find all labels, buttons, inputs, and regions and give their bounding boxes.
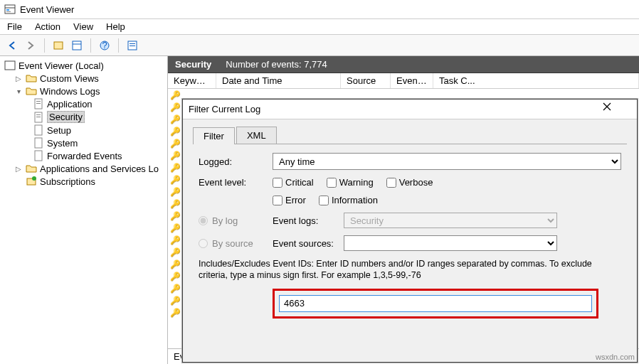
menu-file[interactable]: File [7, 21, 22, 32]
tree-log-system-label: System [47, 138, 78, 149]
event-sources-label: Event sources: [273, 238, 344, 249]
svg-point-23 [32, 176, 36, 181]
key-icon: 🔑 [169, 211, 181, 221]
tree-root[interactable]: Event Viewer (Local) [1, 59, 166, 72]
event-viewer-icon [4, 60, 16, 71]
by-source-radio [199, 239, 208, 248]
ids-highlight-box [273, 289, 598, 318]
svg-rect-4 [54, 42, 63, 49]
verbose-label: Verbose [399, 177, 433, 188]
tree-root-label: Event Viewer (Local) [19, 60, 104, 71]
critical-checkbox[interactable] [273, 178, 282, 188]
svg-rect-14 [36, 101, 41, 102]
svg-rect-10 [130, 43, 135, 44]
ids-help-text: Includes/Excludes Event IDs: Enter ID nu… [199, 258, 621, 282]
event-logs-select: Security [344, 213, 557, 228]
event-ids-input[interactable] [279, 295, 592, 312]
close-button[interactable] [603, 102, 631, 117]
col-keywords[interactable]: Keywor... [168, 73, 216, 88]
key-icon: 🔑 [169, 127, 181, 136]
toolbar: ? [0, 35, 639, 56]
error-checkbox[interactable] [273, 196, 282, 205]
tree-windows-logs-label: Windows Logs [40, 86, 100, 97]
event-sources-select[interactable] [344, 235, 557, 251]
collapse-icon[interactable]: ▾ [14, 87, 23, 95]
tree-log-application[interactable]: Application [1, 97, 166, 110]
window-titlebar: Event Viewer [0, 0, 639, 19]
key-icon: 🔑 [169, 223, 181, 233]
tree-log-forwarded-label: Forwarded Events [47, 151, 122, 161]
warning-label: Warning [339, 177, 374, 188]
show-hide-tree-button[interactable] [51, 38, 66, 53]
properties-button[interactable] [69, 38, 85, 53]
dialog-titlebar[interactable]: Filter Current Log [183, 100, 637, 119]
svg-rect-2 [6, 9, 9, 11]
tree-custom-views[interactable]: ▷ Custom Views [1, 72, 166, 85]
tree-log-system[interactable]: System [1, 136, 166, 149]
svg-rect-3 [6, 11, 11, 12]
key-icon: 🔑 [169, 308, 181, 318]
tree-subscriptions[interactable]: ▷ Subscriptions [1, 175, 166, 188]
col-datetime[interactable]: Date and Time [216, 73, 341, 88]
svg-rect-11 [130, 46, 135, 46]
tab-xml[interactable]: XML [236, 127, 277, 144]
key-icon: 🔑 [169, 175, 181, 185]
critical-label: Critical [285, 177, 314, 188]
svg-rect-20 [35, 138, 42, 148]
tree-log-forwarded[interactable]: Forwarded Events [1, 149, 166, 162]
col-source[interactable]: Source [341, 73, 391, 88]
log-icon [33, 98, 44, 109]
menu-help[interactable]: Help [106, 21, 125, 32]
col-event-id[interactable]: Event ID [391, 73, 433, 88]
log-icon [33, 137, 44, 149]
tree-app-services-label: Applications and Services Lo [40, 164, 159, 174]
tree-log-security[interactable]: Security [1, 110, 166, 124]
tree-windows-logs[interactable]: ▾ Windows Logs [1, 85, 166, 97]
key-icon: 🔑 [169, 90, 181, 100]
key-icon: 🔑 [169, 247, 181, 257]
warning-checkbox[interactable] [327, 178, 337, 188]
expand-icon[interactable]: ▷ [14, 75, 23, 82]
information-checkbox[interactable] [319, 196, 329, 205]
error-label: Error [285, 195, 306, 205]
nav-tree[interactable]: Event Viewer (Local) ▷ Custom Views ▾ Wi… [0, 56, 168, 364]
logged-label: Logged: [199, 156, 273, 167]
forward-button[interactable] [23, 38, 38, 53]
key-icon: 🔑 [169, 163, 181, 173]
help-button[interactable]: ? [97, 38, 112, 53]
verbose-checkbox[interactable] [386, 178, 396, 188]
expand-icon[interactable]: ▷ [14, 165, 23, 173]
log-header: Security Number of events: 7,774 [168, 56, 639, 73]
logged-select[interactable]: Any time [273, 153, 621, 170]
key-icon: 🔑 [169, 187, 181, 197]
close-icon [603, 102, 611, 111]
log-icon [33, 124, 44, 136]
refresh-button[interactable] [125, 38, 140, 53]
event-list-header[interactable]: Keywor... Date and Time Source Event ID … [168, 73, 639, 89]
key-icon: 🔑 [169, 259, 181, 269]
watermark: wsxdn.com [596, 353, 635, 361]
tree-log-setup[interactable]: Setup [1, 124, 166, 136]
svg-rect-15 [36, 103, 41, 104]
tab-filter[interactable]: Filter [193, 127, 235, 144]
svg-rect-5 [73, 41, 81, 50]
key-icon: 🔑 [169, 284, 181, 294]
tree-custom-views-label: Custom Views [40, 73, 99, 84]
key-icon: 🔑 [169, 102, 181, 112]
event-logs-label: Event logs: [273, 215, 344, 226]
filter-dialog: Filter Current Log Filter XML Logged: An… [182, 99, 638, 363]
menu-action[interactable]: Action [35, 21, 60, 32]
by-source-label: By source [212, 238, 253, 249]
tree-log-security-label: Security [47, 111, 85, 123]
by-log-radio [199, 216, 208, 225]
col-task[interactable]: Task C... [433, 73, 639, 88]
svg-rect-19 [35, 125, 42, 135]
event-level-label: Event level: [199, 177, 273, 188]
tree-app-services-logs[interactable]: ▷ Applications and Services Lo [1, 162, 166, 175]
back-button[interactable] [4, 38, 20, 53]
key-icon: 🔑 [169, 296, 181, 306]
menu-view[interactable]: View [73, 21, 93, 32]
tree-log-application-label: Application [47, 99, 93, 109]
svg-rect-12 [5, 61, 15, 70]
svg-rect-17 [36, 114, 41, 115]
